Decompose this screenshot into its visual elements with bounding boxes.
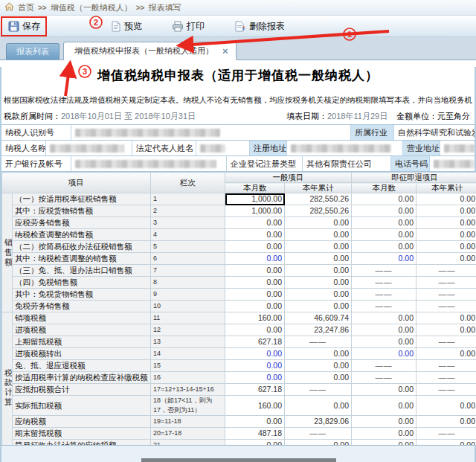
value-cell[interactable]: 0.00 [352,241,416,253]
taxpayer-info-grid: 纳税人识别号 所属行业 自然科学研究和试验发展 纳税人名称 法定代表人姓名 注册… [1,124,475,172]
value-cell[interactable]: 0.00 [352,253,416,265]
value-cell[interactable]: 160.00 [225,396,285,416]
value-cell[interactable]: 282,550.26 [285,205,352,217]
value-cell[interactable]: 0.00 [352,217,416,229]
value-cell[interactable]: 0.00 [416,416,476,428]
row-column-number: 1 [151,193,225,205]
row-item-label: （四）免税销售额 [13,277,151,289]
value-cell[interactable]: 23,247.86 [285,324,352,336]
taxpayer-id-value [71,125,351,140]
value-cell[interactable]: 0.00 [352,324,416,336]
value-cell[interactable]: 0.00 [416,312,476,324]
print-button[interactable]: 打印 [168,18,208,35]
value-cell[interactable]: 0.00 [416,324,476,336]
table-row: 其中：免税货物销售额90.000.00———— [2,289,476,301]
value-cell[interactable]: 0.00 [225,324,285,336]
value-cell[interactable]: 0.00 [285,265,352,277]
redacted-legal-rep [200,144,225,153]
value-cell-na: —— [416,289,476,301]
value-cell[interactable]: 0.00 [416,229,476,241]
value-cell-na: —— [416,336,476,348]
value-cell[interactable]: 0.00 [285,217,352,229]
value-cell[interactable]: 487.18 [225,428,285,440]
table-row: 实际抵扣税额18（如17<11，则为17，否则为11）160.000.000.0… [2,396,476,416]
breadcrumb-item-vat[interactable]: 增值税（一般纳税人） [51,2,132,13]
value-cell[interactable]: 0.00 [285,348,352,360]
value-cell[interactable]: 0.00 [225,229,285,241]
print-button-label: 打印 [187,20,205,33]
value-cell-na: —— [352,289,416,301]
row-column-number: 14 [151,348,225,360]
breadcrumb-separator: >> [136,4,145,12]
value-cell[interactable]: 0.00 [225,348,285,360]
value-cell[interactable]: 0.00 [285,360,352,372]
value-cell[interactable]: 627.18 [225,384,285,396]
value-cell[interactable]: 0.00 [416,396,476,416]
value-cell[interactable]: 0.00 [352,348,416,360]
value-cell[interactable]: 0.00 [285,396,352,416]
value-cell[interactable]: 0.00 [285,372,352,384]
tab-vat-return-label: 增值税纳税申报表（一般纳税人适用） [74,45,213,57]
value-cell[interactable]: 23,829.06 [285,416,352,428]
value-cell[interactable]: 0.00 [352,416,416,428]
delete-report-button-label: 删除报表 [249,20,285,33]
value-cell[interactable]: 0.00 [352,193,416,205]
breadcrumb-home[interactable]: 首页 [18,2,34,13]
table-row: （四）免税销售额80.000.00———— [2,277,476,289]
value-cell[interactable]: 0.00 [352,205,416,217]
value-cell[interactable]: 0.00 [352,312,416,324]
value-cell[interactable]: 0.00 [352,336,416,348]
table-row: 进项税额120.0023,247.860.000.00 [2,324,476,336]
table-row: 销售额（一）按适用税率征税销售额11,000.00282,550.260.000… [2,193,476,205]
value-cell[interactable]: 0.00 [285,301,352,312]
save-button[interactable]: 保存 [4,18,44,35]
tab-report-list[interactable]: 报表列表 [6,43,60,60]
value-cell[interactable]: 0.00 [225,241,285,253]
value-cell[interactable]: 0.00 [285,241,352,253]
value-cell[interactable]: 0.00 [416,217,476,229]
value-cell[interactable]: 0.00 [285,253,352,265]
tab-close-icon[interactable]: × [222,46,228,56]
redacted-biz-addr [444,144,475,153]
value-cell[interactable]: 0.00 [285,289,352,301]
value-cell[interactable]: 0.00 [416,205,476,217]
row-item-label: 应税劳务销售额 [13,217,151,229]
value-cell[interactable]: 282,550.26 [285,193,352,205]
value-cell[interactable]: 0.00 [225,253,285,265]
value-cell[interactable]: 0.00 [416,241,476,253]
value-cell[interactable]: 1,000.00 [225,205,285,217]
value-cell[interactable]: 0.00 [285,229,352,241]
value-cell[interactable]: 627.18 [225,336,285,348]
value-cell[interactable]: 0.00 [416,348,476,360]
value-cell[interactable]: 0.00 [225,301,285,312]
value-cell[interactable]: 0.00 [225,360,285,372]
value-cell[interactable]: 0.00 [352,384,416,396]
header-refund-items: 即征即退项目 [352,173,476,183]
value-cell[interactable]: 0.00 [225,416,285,428]
value-cell[interactable]: 0.00 [225,289,285,301]
value-cell[interactable]: 0.00 [225,277,285,289]
preview-button[interactable]: 预览 [106,18,146,35]
row-column-number: 13 [151,336,225,348]
value-cell[interactable]: 0.00 [285,277,352,289]
table-row: 其中：应税货物销售额21,000.00282,550.260.000.00 [2,205,476,217]
value-cell[interactable]: 1,000.00 [225,193,285,205]
delete-report-button[interactable]: 删除报表 [231,18,289,35]
value-cell[interactable]: 0.00 [416,193,476,205]
value-cell-na: —— [352,277,416,289]
value-cell[interactable]: 0.00 [352,428,416,440]
value-cell[interactable]: 0.00 [352,229,416,241]
value-cell[interactable]: 0.00 [225,265,285,277]
value-cell-na: —— [416,277,476,289]
tab-vat-return[interactable]: 增值税纳税申报表（一般纳税人适用） × [63,42,237,60]
value-cell[interactable]: 0.00 [416,253,476,265]
row-item-label: 应纳税额 [13,416,151,428]
value-cell[interactable]: 0.00 [225,217,285,229]
value-cell[interactable]: 0.00 [225,372,285,384]
reg-type-value: 其他有限责任公司 [303,156,391,171]
value-cell[interactable]: 0.00 [352,396,416,416]
value-cell[interactable]: 160.00 [225,312,285,324]
value-cell[interactable]: 46,609.74 [285,312,352,324]
breadcrumb: 首页 >> 增值税（一般纳税人） >> 报表填写 [0,0,476,16]
row-item-label: 应抵扣税额合计 [13,384,151,396]
